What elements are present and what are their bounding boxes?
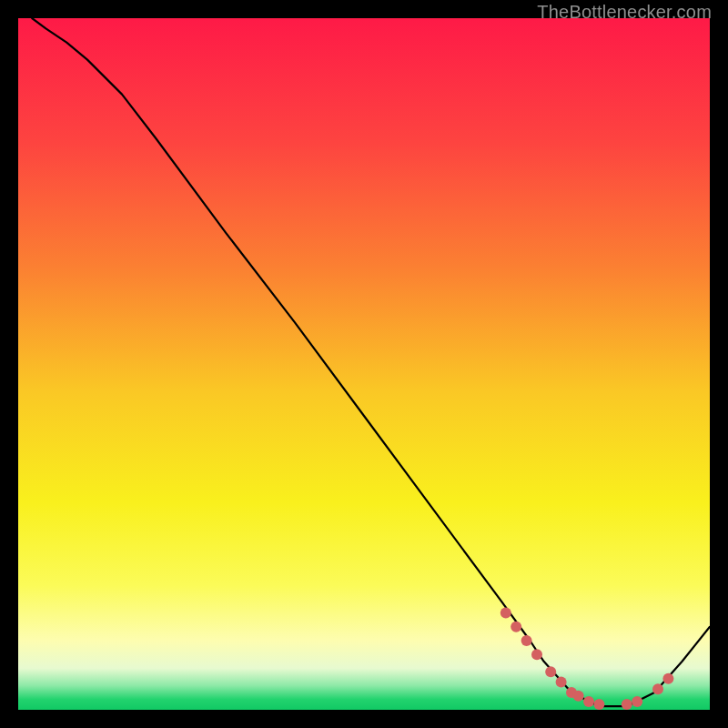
bottleneck-chart — [18, 18, 710, 710]
highlight-marker — [556, 677, 567, 688]
highlight-marker — [632, 696, 642, 707]
highlight-marker — [500, 608, 511, 619]
highlight-marker — [573, 691, 584, 702]
highlight-marker — [531, 649, 542, 660]
highlight-marker — [521, 635, 532, 646]
highlight-marker — [622, 699, 632, 710]
highlight-marker — [652, 683, 663, 694]
highlight-marker — [511, 622, 521, 632]
highlight-marker — [593, 699, 604, 710]
highlight-marker — [583, 696, 594, 707]
chart-frame: { "watermark": "TheBottlenecker.com", "c… — [0, 0, 728, 728]
gradient-background — [18, 18, 710, 710]
highlight-marker — [545, 666, 556, 677]
highlight-marker — [662, 673, 673, 684]
watermark-text: TheBottlenecker.com — [537, 2, 712, 23]
